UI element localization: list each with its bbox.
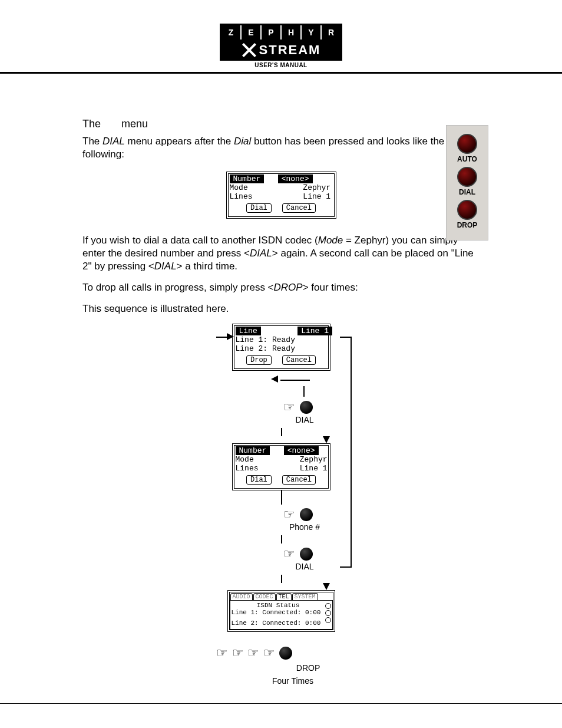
lcd-line-status: Line Line 1 Line 1: Ready Line 2: Ready … — [232, 324, 330, 371]
step-drop-label: DROP — [241, 663, 375, 673]
lcd-dial-menu-2: Number <none> Mode Zephyr Lines Line 1 D… — [232, 443, 330, 490]
lcd-isdn-status: AUDIO CODEC TEL SYSTEM ISDN Status Line … — [227, 590, 335, 632]
logo-subtitle: USER'S MANUAL — [220, 61, 342, 68]
page-header: ZEPHYR STREAM USER'S MANUAL — [0, 0, 562, 74]
four-times-label: Four Times — [210, 676, 375, 686]
button-press-icon — [300, 401, 313, 414]
step-dial-label-2: DIAL — [234, 562, 375, 571]
scroll-indicator — [325, 602, 331, 624]
section-heading: The menu — [82, 118, 480, 130]
lcd-dial-button-2[interactable]: Dial — [246, 475, 272, 485]
step-phone-label: Phone # — [234, 522, 375, 532]
lcd-mode-value: Zephyr — [303, 183, 330, 192]
button-press-icon — [300, 548, 313, 561]
lcd-dial-menu: Number <none> Mode Zephyr Lines Line 1 D… — [226, 172, 336, 219]
button-press-icon — [300, 508, 313, 521]
intro-paragraph: The DIAL menu appears after the Dial but… — [82, 135, 480, 161]
tab-system[interactable]: SYSTEM — [292, 593, 318, 600]
pointing-hand-icon: ☞ — [283, 401, 295, 414]
pointing-hand-icon: ☞ — [283, 548, 295, 561]
lcd-cancel-button-3[interactable]: Cancel — [282, 475, 316, 485]
lcd-drop-button[interactable]: Drop — [246, 355, 272, 365]
pointing-hand-icon: ☞ — [263, 647, 274, 660]
lcd-number-value: <none> — [278, 174, 313, 183]
drop-button[interactable] — [457, 200, 477, 220]
paragraph-2: If you wish to dial a data call to anoth… — [82, 234, 480, 273]
lcd-lines-label: Lines — [230, 192, 253, 201]
button-press-icon — [279, 647, 292, 660]
pointing-hand-icon: ☞ — [247, 647, 258, 660]
x-icon — [242, 42, 257, 58]
logo-brand: STREAM — [220, 41, 342, 61]
lcd-cancel-button[interactable]: Cancel — [282, 203, 316, 213]
dial-button[interactable] — [457, 167, 477, 187]
loop-bracket — [340, 337, 352, 568]
arrow-left-icon — [271, 375, 278, 383]
arrow-down-icon — [323, 436, 330, 443]
paragraph-4: This sequence is illustrated here. — [82, 302, 480, 315]
logo: ZEPHYR STREAM USER'S MANUAL — [220, 24, 342, 68]
tab-tel[interactable]: TEL — [276, 593, 292, 600]
pointing-hand-icon: ☞ — [216, 647, 227, 660]
drop-label: DROP — [449, 221, 485, 229]
arrow-down-icon — [323, 583, 330, 590]
entry-line — [216, 337, 227, 338]
dial-label: DIAL — [449, 188, 485, 196]
step-dial-label: DIAL — [234, 415, 375, 424]
isdn-status-title: ISDN Status — [232, 602, 331, 609]
tab-audio[interactable]: AUDIO — [230, 593, 253, 600]
pointing-hand-icon: ☞ — [232, 647, 243, 660]
logo-letters: ZEPHYR — [220, 24, 342, 41]
pointing-hand-icon: ☞ — [283, 508, 295, 521]
auto-label: AUTO — [449, 155, 485, 163]
lcd-cancel-button-2[interactable]: Cancel — [282, 355, 316, 365]
tab-codec[interactable]: CODEC — [253, 593, 276, 600]
lcd-mode-label: Mode — [230, 183, 248, 192]
paragraph-3: To drop all calls in progress, simply pr… — [82, 281, 480, 294]
hardware-button-panel: AUTO DIAL DROP — [446, 125, 488, 241]
lcd-lines-value: Line 1 — [303, 192, 330, 201]
entry-arrow-icon — [227, 333, 234, 340]
lcd-dial-button[interactable]: Dial — [246, 203, 272, 213]
flow-diagram: Line Line 1 Line 1: Ready Line 2: Ready … — [187, 324, 375, 685]
lcd-number-label: Number — [230, 174, 265, 183]
auto-button[interactable] — [457, 134, 477, 154]
